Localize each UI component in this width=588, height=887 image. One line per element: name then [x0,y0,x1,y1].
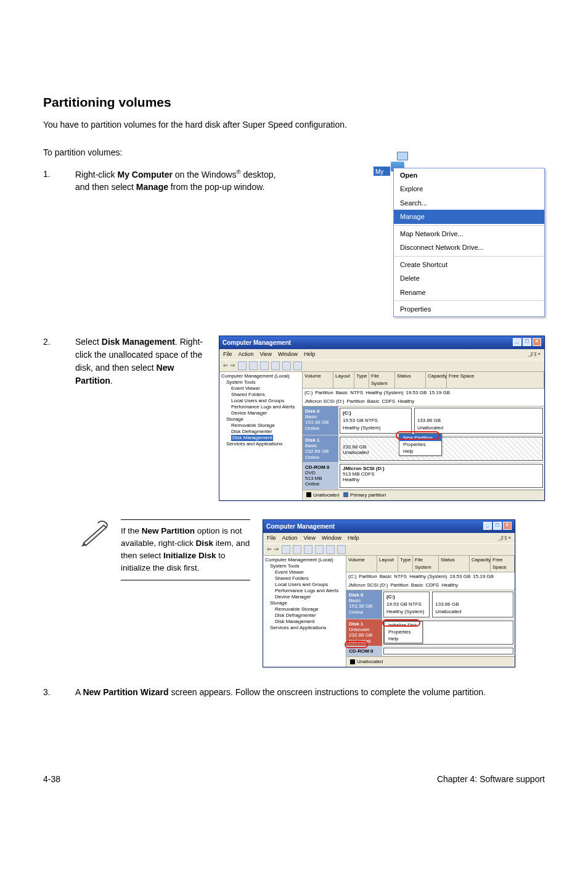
menu-action[interactable]: Action [282,534,298,543]
tree-disk-management[interactable]: Disk Management [275,619,314,624]
tree-item[interactable]: Device Manager [265,594,344,600]
menu-window[interactable]: Window [322,534,341,543]
tree-item[interactable]: Disk Defragmenter [221,429,300,435]
mdi-buttons[interactable]: _|□| × [499,534,511,543]
toolbar-icon[interactable] [304,545,312,554]
ctx-open[interactable]: Open [394,168,544,183]
tree-item[interactable]: Device Manager [221,410,300,416]
tree-disk-management[interactable]: Disk Management [231,435,273,441]
disk0-label[interactable]: Disk 0 Basic 153.38 GB Online [303,406,338,435]
minimize-button[interactable]: _ [513,338,521,346]
toolbar-icon[interactable] [293,361,302,370]
ctx-properties[interactable]: Properties [399,441,441,448]
disk0-partition-c[interactable]: (C:) 19.53 GB NTFS Healthy (System) [383,592,430,617]
cdrom-volume[interactable] [383,648,513,654]
tree-item[interactable]: Storage [265,600,344,606]
tree-item[interactable]: Performance Logs and Alerts [265,588,344,594]
tree-item[interactable]: System Tools [265,563,344,569]
menu-view[interactable]: View [260,350,272,359]
disk-row: CD-ROM 0 DVD 513 MB Online JMicron SCSI … [303,463,544,490]
tree-item[interactable]: Services and Applications [265,625,344,631]
window-titlebar: Computer Management _ □ × [263,520,515,533]
toolbar-icon[interactable] [337,545,346,554]
disk1-label[interactable]: Disk 1 Unknown 232.88 GB Not Initiali [346,619,382,646]
tree-item[interactable]: Shared Folders [265,576,344,582]
ctx-search[interactable]: Search... [394,196,544,210]
ctx-explore[interactable]: Explore [394,182,544,196]
disk-row: Disk 0 Basic 153.38 GB Online (C:) 19.53… [303,406,544,435]
volume-row[interactable]: (C:) Partition Basic NTFS Healthy (Syste… [303,389,544,397]
toolbar-icon[interactable] [249,361,258,370]
tree-item[interactable]: Event Viewer [221,386,300,392]
tree-root[interactable]: Computer Management (Local) [221,373,300,379]
ctx-help[interactable]: Help [399,448,441,455]
menu-window[interactable]: Window [278,350,298,359]
menu-help[interactable]: Help [304,350,316,359]
volume-row[interactable]: JMicron SCSI (D:) Partition Basic CDFS H… [303,397,544,406]
menu-file[interactable]: File [267,534,276,543]
ctx-map-drive[interactable]: Map Network Drive... [394,227,544,241]
ctx-properties[interactable]: Properties [394,302,544,316]
tree-item[interactable]: Disk Defragmenter [265,613,344,619]
cdrom-label[interactable]: CD-ROM 0 [346,646,382,656]
disk0-partition-c[interactable]: (C:) 19.53 GB NTFS Healthy (System) [340,408,412,434]
step-3: 3. A New Partition Wizard screen appears… [43,686,545,699]
ctx-properties[interactable]: Properties [385,629,422,635]
window-title: Computer Management [223,338,291,347]
legend: Unallocated [346,656,515,667]
toolbar-icon[interactable] [238,361,247,370]
ctx-disconnect-drive[interactable]: Disconnect Network Drive... [394,241,544,255]
tree-item[interactable]: Performance Logs and Alerts [221,404,300,410]
disk-context-menu: New Partition... Properties Help [399,434,442,456]
toolbar-icon[interactable] [271,361,280,370]
toolbar-icon[interactable] [326,545,335,554]
ctx-new-partition[interactable]: New Partition... [399,434,441,441]
menu-action[interactable]: Action [239,350,254,359]
disk-row: Disk 1 Basic 232.89 GB Online 232.88 GB … [303,435,544,463]
volume-row[interactable]: (C:) Partition Basic NTFS Healthy (Syste… [346,572,515,581]
menu-file[interactable]: File [223,350,232,359]
tree-item[interactable]: Storage [221,416,300,423]
tree-item[interactable]: Local Users and Groups [265,582,344,588]
close-button[interactable]: × [533,338,541,346]
volume-row[interactable]: JMicron SCSI (D:) Partition Basic CDFS H… [346,581,515,590]
cdrom-volume[interactable]: JMicron SCSI (D:) 513 MB CDFS Healthy [340,464,543,488]
disk1-space[interactable]: Initialize Disk Properties Help [383,621,513,645]
disk0-label[interactable]: Disk 0 Basic 153.38 GB Online [346,590,382,619]
ctx-help[interactable]: Help [385,635,422,642]
toolbar-icon[interactable] [282,545,290,554]
tree-root[interactable]: Computer Management (Local) [265,557,344,563]
close-button[interactable]: × [503,522,512,530]
disk1-unallocated[interactable]: 232.88 GB Unallocated New Partition... P… [340,437,543,461]
toolbar-icon[interactable] [282,361,291,370]
step-3-text: A New Partition Wizard screen appears. F… [75,686,545,699]
tree-item[interactable]: Shared Folders [221,392,300,398]
tree-item[interactable]: Services and Applications [221,441,300,447]
ctx-manage[interactable]: Manage [394,210,544,224]
volume-header: Volume Layout Type File System Status Ca… [346,556,515,572]
ctx-delete[interactable]: Delete [394,271,544,286]
ctx-initialize-disk[interactable]: Initialize Disk [385,622,422,629]
maximize-button[interactable]: □ [493,522,502,530]
toolbar-icon[interactable] [293,545,301,554]
maximize-button[interactable]: □ [523,338,531,346]
step-number: 2. [43,336,75,349]
tree-item[interactable]: Event Viewer [265,569,344,576]
tree-item[interactable]: Removable Storage [221,423,300,429]
toolbar-icon[interactable] [315,545,324,554]
menu-view[interactable]: View [304,534,316,543]
ctx-rename[interactable]: Rename [394,286,544,300]
tree-item[interactable]: Local Users and Groups [221,398,300,404]
tree-item[interactable]: Removable Storage [265,606,344,613]
cdrom-label[interactable]: CD-ROM 0 DVD 513 MB Online [303,463,338,489]
disk0-unallocated[interactable]: 133.86 GB Unallocated [432,592,513,617]
minimize-button[interactable]: _ [483,522,492,530]
menu-help[interactable]: Help [348,534,359,543]
note-text: If the New Partition option is not avail… [121,519,250,580]
toolbar-icon[interactable] [260,361,269,370]
disk1-label[interactable]: Disk 1 Basic 232.89 GB Online [303,435,338,462]
disk0-unallocated[interactable]: 133.86 GB Unallocated [414,408,543,434]
ctx-create-shortcut[interactable]: Create Shortcut [394,258,544,272]
mdi-buttons[interactable]: _|□| × [528,350,541,359]
tree-item[interactable]: System Tools [221,379,300,386]
